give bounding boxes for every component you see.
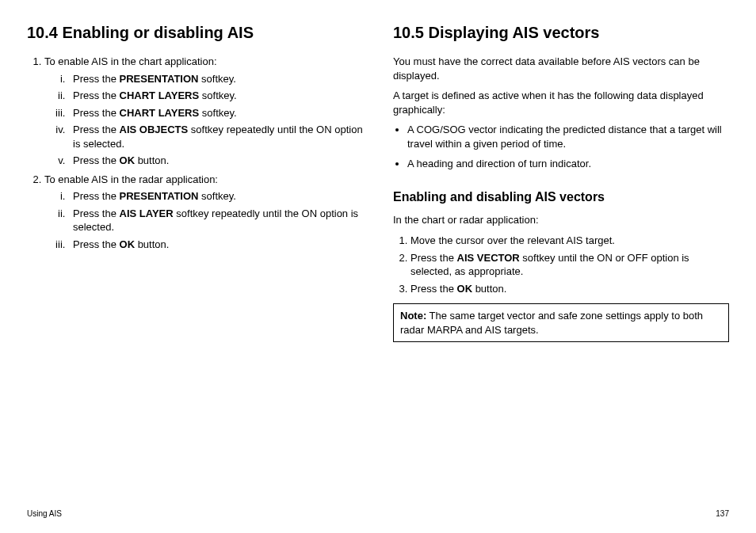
list-item: Press the AIS VECTOR softkey until the O…: [410, 251, 729, 279]
sub-steps: Press the PRESENTATION softkey. Press th…: [44, 189, 363, 251]
text: button.: [135, 238, 169, 250]
list-item: Press the CHART LAYERS softkey.: [68, 106, 363, 120]
button-name: OK: [120, 154, 136, 166]
list-item: A heading and direction of turn indicato…: [407, 157, 729, 171]
paragraph: A target is defined as active when it ha…: [393, 89, 729, 116]
page: 10.4 Enabling or disabling AIS To enable…: [0, 0, 756, 533]
list-item: A COG/SOG vector indicating the predicte…: [407, 123, 729, 150]
list-item: Press the OK button.: [410, 282, 729, 296]
note-label: Note:: [400, 310, 426, 322]
note-body: The same target vector and safe zone set…: [400, 310, 703, 336]
note-box: Note: The same target vector and safe zo…: [393, 303, 729, 342]
softkey-name: PRESENTATION: [120, 73, 199, 85]
right-column: 10.5 Displaying AIS vectors You must hav…: [393, 22, 729, 342]
softkey-name: AIS LAYER: [120, 207, 174, 219]
list-item: Press the OK button.: [68, 154, 363, 168]
sub-steps: Press the PRESENTATION softkey. Press th…: [44, 72, 363, 168]
list-item: Press the PRESENTATION softkey.: [68, 189, 363, 204]
text: softkey.: [198, 73, 235, 85]
list-item: Press the OK button.: [68, 238, 363, 252]
list-item: To enable AIS in the chart application: …: [44, 55, 363, 168]
text: Press the: [73, 89, 120, 101]
left-column: 10.4 Enabling or disabling AIS To enable…: [27, 22, 363, 342]
softkey-name: CHART LAYERS: [120, 89, 200, 101]
page-footer: Using AIS 137: [27, 508, 729, 520]
softkey-name: AIS VECTOR: [457, 252, 520, 264]
paragraph: In the chart or radar application:: [393, 213, 729, 227]
softkey-name: CHART LAYERS: [120, 107, 200, 119]
text: Press the: [73, 154, 120, 166]
softkey-name: PRESENTATION: [120, 190, 199, 202]
text: button.: [135, 154, 169, 166]
text: softkey.: [198, 190, 235, 202]
section-heading-10-5: 10.5 Displaying AIS vectors: [393, 22, 729, 44]
text: Press the: [73, 107, 120, 119]
paragraph: You must have the correct data available…: [393, 55, 729, 82]
step-intro: To enable AIS in the radar application:: [44, 173, 218, 185]
list-item: Press the PRESENTATION softkey.: [68, 72, 363, 86]
bullet-list: A COG/SOG vector indicating the predicte…: [393, 123, 729, 171]
footer-chapter: Using AIS: [27, 508, 62, 520]
text: Press the: [410, 283, 457, 295]
list-item: Press the AIS LAYER softkey repeatedly u…: [68, 207, 363, 234]
text: button.: [472, 283, 506, 295]
list-item: Press the AIS OBJECTS softkey repeatedly…: [68, 123, 363, 150]
list-item: Press the CHART LAYERS softkey.: [68, 89, 363, 103]
text: softkey.: [199, 107, 236, 119]
footer-page-number: 137: [716, 508, 729, 520]
button-name: OK: [120, 238, 136, 250]
procedure-list: To enable AIS in the chart application: …: [27, 55, 363, 252]
list-item: To enable AIS in the radar application: …: [44, 173, 363, 252]
procedure-list: Move the cursor over the relevant AIS ta…: [393, 234, 729, 295]
text: Press the: [73, 238, 120, 250]
text: Press the: [73, 190, 120, 202]
button-name: OK: [457, 283, 473, 295]
text: Press the: [73, 207, 120, 219]
columns: 10.4 Enabling or disabling AIS To enable…: [27, 22, 729, 342]
text: softkey.: [199, 89, 236, 101]
text: Press the: [73, 124, 120, 135]
subsection-heading: Enabling and disabling AIS vectors: [393, 188, 729, 206]
step-intro: To enable AIS in the chart application:: [44, 55, 217, 67]
softkey-name: AIS OBJECTS: [120, 124, 189, 135]
list-item: Move the cursor over the relevant AIS ta…: [410, 234, 729, 248]
section-heading-10-4: 10.4 Enabling or disabling AIS: [27, 22, 363, 44]
text: Press the: [73, 73, 120, 85]
text: Press the: [410, 252, 457, 264]
